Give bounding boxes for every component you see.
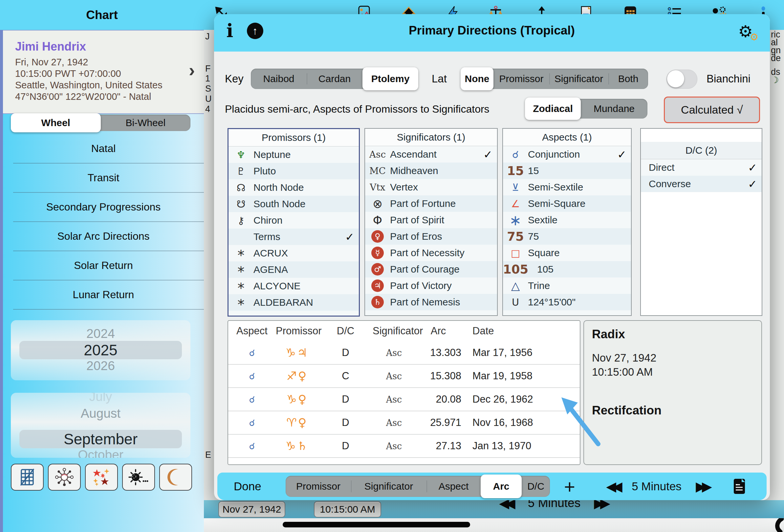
lat-option-significator[interactable]: Significator: [549, 68, 608, 89]
list-item[interactable]: U124°15'00": [503, 294, 631, 310]
year-picker[interactable]: 2024 2025 2026: [11, 320, 190, 380]
tab-aspect[interactable]: Aspect: [426, 476, 481, 497]
forward-button[interactable]: ▶▶: [696, 479, 708, 494]
asteroids-icon: [55, 468, 74, 486]
list-item[interactable]: ⊻Semi-Sextile: [503, 179, 631, 195]
list-item[interactable]: Terms✓: [228, 229, 359, 245]
wheel-toggle: Wheel Bi-Wheel: [11, 115, 190, 131]
dialog-footer: Done Promissor Significator Aspect Arc D…: [217, 473, 766, 500]
list-item[interactable]: *ALDEBARAN: [228, 294, 359, 311]
list-item[interactable]: Converse✓: [641, 176, 762, 192]
table-row[interactable]: ☌♑♃DAsc13.303Mar 17, 1956: [228, 341, 580, 364]
list-item[interactable]: *AGENA: [228, 261, 359, 278]
date-value: Mar 19, 1958: [461, 370, 580, 382]
home-indicator[interactable]: [283, 522, 470, 527]
list-item[interactable]: 105105: [503, 261, 631, 278]
list-item[interactable]: ⚷Chiron: [228, 212, 359, 229]
table-row[interactable]: ☌♐♀CAsc15.308Mar 19, 1958: [228, 364, 580, 388]
eclipse-button[interactable]: [122, 464, 155, 491]
list-item[interactable]: *ALCYONE: [228, 278, 359, 294]
year-selected[interactable]: 2025: [11, 341, 190, 359]
month-above[interactable]: August: [11, 406, 190, 421]
bianchini-toggle[interactable]: [667, 69, 697, 89]
table-row[interactable]: ☌♑♄DAsc27.13Jan 13, 1970: [228, 434, 580, 457]
tab-promissor[interactable]: Promissor: [286, 476, 351, 497]
list-item[interactable]: ♇Pluto: [228, 163, 359, 179]
list-item[interactable]: Direct✓: [641, 159, 762, 176]
star-icon: *: [228, 266, 253, 274]
key-option-naibod[interactable]: Naibod: [251, 68, 307, 89]
sidebar-item-secondary-progressions[interactable]: Secondary Progressions: [3, 192, 204, 221]
list-item[interactable]: ∠Semi-Square: [503, 195, 631, 212]
table-row[interactable]: ☌♑♀DAsc20.08Dec 26, 1962: [228, 388, 580, 411]
dialog-header: i ↑ Primary Directions (Tropical) ⚙ ⚙: [214, 14, 770, 52]
grid-button[interactable]: [11, 464, 44, 491]
list-item[interactable]: VtxVertex: [365, 179, 497, 195]
list-item[interactable]: ☋South Node: [228, 196, 359, 212]
mode-option-mundane[interactable]: Mundane: [581, 99, 647, 118]
list-item[interactable]: ♂Part of Courage: [365, 261, 497, 278]
list-item[interactable]: *ACRUX: [228, 245, 359, 261]
key-option-ptolemy[interactable]: Ptolemy: [362, 67, 418, 90]
lat-option-none[interactable]: None: [460, 67, 494, 90]
list-item-partial: [365, 310, 497, 316]
sidebar-item-solar-return[interactable]: Solar Return: [3, 251, 204, 280]
lat-option-promissor[interactable]: Promissor: [494, 68, 549, 89]
list-item[interactable]: ∗Sextile: [503, 212, 631, 228]
fixed-stars-button[interactable]: [85, 464, 118, 491]
year-below[interactable]: 2026: [11, 359, 190, 373]
month-selected[interactable]: September: [11, 430, 190, 448]
vertex-icon: Vtx: [365, 182, 390, 193]
month-below[interactable]: October: [11, 448, 190, 458]
lat-option-both[interactable]: Both: [608, 68, 648, 89]
up-arrow-icon[interactable]: ↑: [247, 23, 263, 39]
asteroids-button[interactable]: [48, 464, 81, 491]
list-item[interactable]: ♆Neptune: [228, 146, 359, 163]
tab-wheel[interactable]: Wheel: [11, 113, 101, 132]
list-item[interactable]: AscAscendant✓: [365, 146, 497, 163]
moon-button[interactable]: [159, 464, 192, 491]
list-item[interactable]: ♃Part of Victory: [365, 278, 497, 294]
list-item[interactable]: ☌Conjunction✓: [503, 146, 631, 163]
list-item[interactable]: 7575: [503, 228, 631, 245]
check-icon: ✓: [748, 178, 757, 191]
date-field[interactable]: Nov 27, 1942: [218, 501, 285, 517]
month-picker[interactable]: July August September October: [11, 393, 190, 458]
tab-significator[interactable]: Significator: [351, 476, 426, 497]
time-field[interactable]: 10:15:00 AM: [314, 501, 381, 517]
gear-small-icon: ⚙: [750, 31, 759, 43]
list-item[interactable]: △Trine: [503, 278, 631, 294]
sidebar-item-transit[interactable]: Transit: [3, 163, 204, 192]
key-option-cardan[interactable]: Cardan: [307, 68, 362, 89]
tab-dc[interactable]: D/C: [522, 476, 550, 497]
table-row[interactable]: ☌♈♀DAsc25.971Nov 16, 1968: [228, 411, 580, 434]
chevron-right-icon[interactable]: ›: [189, 59, 195, 81]
mode-option-zodiacal[interactable]: Zodiacal: [525, 97, 581, 120]
list-item[interactable]: ΦPart of Spirit: [365, 212, 497, 228]
list-item[interactable]: ☿Part of Necessity: [365, 245, 497, 261]
done-button[interactable]: Done: [234, 480, 261, 493]
rewind-button[interactable]: ◀◀: [606, 479, 619, 494]
year-above[interactable]: 2024: [11, 327, 190, 341]
list-item[interactable]: ♄Part of Nemesis: [365, 294, 497, 310]
list-item[interactable]: □Square: [503, 245, 631, 261]
calculated-button[interactable]: Calculated √: [664, 96, 760, 123]
list-item[interactable]: ⊗Part of Fortune: [365, 195, 497, 212]
list-item[interactable]: ☊North Node: [228, 179, 359, 196]
plus-button[interactable]: +: [564, 476, 575, 498]
report-icon[interactable]: [733, 478, 746, 495]
list-item-partial: ▬: [503, 310, 631, 316]
list-item[interactable]: MCMidheaven: [365, 163, 497, 179]
list-item[interactable]: ♀Part of Eros: [365, 228, 497, 245]
sidebar-item-natal[interactable]: Natal: [3, 134, 204, 163]
info-icon[interactable]: i: [226, 20, 233, 41]
month-top[interactable]: July: [11, 393, 190, 404]
sidebar-item-solar-arc-directions[interactable]: Solar Arc Directions: [3, 222, 204, 251]
step-label[interactable]: 5 Minutes: [632, 480, 681, 493]
list-item[interactable]: 1515: [503, 163, 631, 179]
check-icon: ✓: [483, 148, 493, 161]
tab-arc[interactable]: Arc: [481, 475, 522, 498]
sidebar-item-lunar-return[interactable]: Lunar Return: [3, 280, 204, 309]
chart-info-card[interactable]: Jimi Hendrix Fri, Nov 27, 1942 10:15:00 …: [3, 30, 204, 114]
tab-bi-wheel[interactable]: Bi-Wheel: [101, 115, 191, 131]
